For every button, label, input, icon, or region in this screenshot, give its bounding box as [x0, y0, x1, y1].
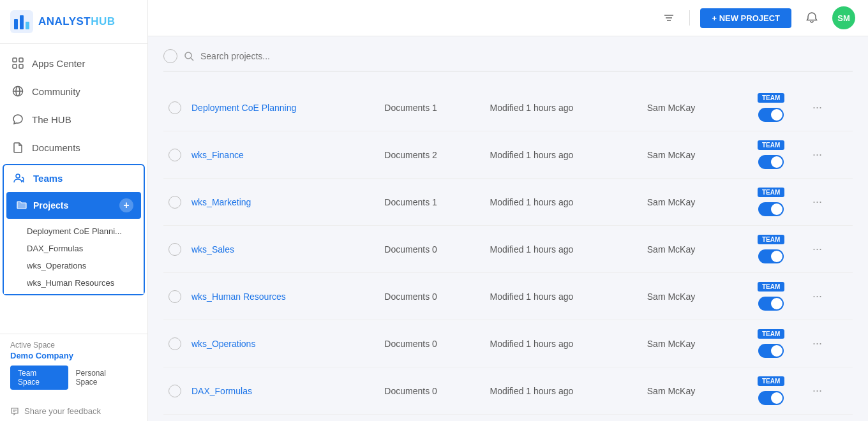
- team-badge: TEAM: [758, 188, 784, 197]
- row-checkbox[interactable]: [168, 290, 181, 303]
- documents-count: Documents 1: [379, 84, 484, 131]
- new-project-label: + NEW PROJECT: [712, 13, 780, 23]
- toggle-container: TEAM: [745, 93, 797, 122]
- team-space-tab[interactable]: Team Space: [10, 366, 68, 390]
- project-name-link[interactable]: wks_Operations: [191, 339, 255, 349]
- more-options-button[interactable]: ···: [807, 98, 827, 117]
- svg-line-18: [191, 58, 193, 61]
- projects-section: Projects + Deployment CoE Planni... DAX_…: [4, 192, 144, 294]
- project-name-link[interactable]: Deployment CoE Planning: [191, 103, 296, 113]
- documents-label: Documents: [32, 142, 80, 153]
- project-name-link[interactable]: wks_Sales: [191, 244, 234, 255]
- logo: ANALYSTHUB: [0, 0, 147, 44]
- team-badge: TEAM: [758, 282, 784, 292]
- team-badge: TEAM: [758, 329, 784, 339]
- list-item[interactable]: DAX_Formulas: [19, 240, 144, 257]
- active-space-title: Active Space: [10, 341, 137, 350]
- project-name-link[interactable]: wks_Marketing: [191, 197, 251, 207]
- main-content: + NEW PROJECT SM Deployment CoE Planning…: [148, 0, 868, 421]
- sidebar-item-community[interactable]: Community: [0, 77, 147, 105]
- projects-table: Deployment CoE Planning Documents 1 Modi…: [163, 84, 853, 415]
- toggle-knob: [771, 345, 782, 357]
- project-name-link[interactable]: DAX_Formulas: [191, 386, 252, 396]
- more-options-button[interactable]: ···: [807, 334, 827, 353]
- team-badge: TEAM: [758, 93, 784, 103]
- team-badge: TEAM: [758, 140, 784, 150]
- header-divider: [689, 10, 690, 26]
- company-name: Demo Company: [10, 351, 137, 360]
- community-label: Community: [32, 86, 80, 97]
- project-toggle[interactable]: [758, 344, 784, 358]
- more-options-button[interactable]: ···: [807, 240, 827, 258]
- project-owner: Sam McKay: [642, 84, 740, 131]
- project-owner: Sam McKay: [642, 273, 740, 320]
- modified-time: Modified 1 hours ago: [485, 226, 642, 273]
- notification-button[interactable]: [802, 8, 822, 28]
- toggle-container: TEAM: [745, 376, 797, 405]
- more-options-button[interactable]: ···: [807, 381, 827, 400]
- project-owner: Sam McKay: [642, 367, 740, 415]
- sidebar-item-teams[interactable]: Teams: [4, 165, 144, 191]
- project-owner: Sam McKay: [642, 320, 740, 367]
- project-toggle[interactable]: [758, 202, 784, 216]
- user-avatar[interactable]: SM: [832, 6, 855, 29]
- project-name-link[interactable]: wks_Finance: [191, 150, 244, 160]
- new-project-button[interactable]: + NEW PROJECT: [700, 8, 791, 28]
- add-project-button[interactable]: +: [119, 198, 133, 212]
- documents-count: Documents 0: [379, 273, 484, 320]
- sidebar: ANALYSTHUB Apps Center Community The HUB: [0, 0, 148, 421]
- more-options-button[interactable]: ···: [807, 193, 827, 211]
- feedback-label: Share your feedback: [24, 406, 101, 416]
- sidebar-item-the-hub[interactable]: The HUB: [0, 105, 147, 133]
- table-row: wks_Marketing Documents 1 Modified 1 hou…: [163, 179, 853, 226]
- list-item[interactable]: wks_Operations: [19, 257, 144, 274]
- row-checkbox[interactable]: [168, 385, 181, 397]
- logo-icon: [10, 10, 33, 33]
- toggle-knob: [771, 203, 782, 215]
- svg-rect-5: [19, 58, 23, 62]
- svg-rect-3: [26, 22, 29, 29]
- row-checkbox[interactable]: [168, 243, 181, 256]
- filter-button[interactable]: [659, 8, 679, 28]
- search-input[interactable]: [200, 51, 853, 61]
- bell-icon: [805, 11, 818, 24]
- sidebar-item-apps-center[interactable]: Apps Center: [0, 49, 147, 77]
- documents-count: Documents 1: [379, 179, 484, 226]
- svg-rect-2: [20, 15, 24, 29]
- table-row: Deployment CoE Planning Documents 1 Modi…: [163, 84, 853, 131]
- toggle-container: TEAM: [745, 235, 797, 263]
- modified-time: Modified 1 hours ago: [485, 84, 642, 131]
- project-name-link[interactable]: wks_Human Resources: [191, 292, 286, 302]
- documents-count: Documents 0: [379, 226, 484, 273]
- toggle-knob: [771, 392, 782, 404]
- more-options-button[interactable]: ···: [807, 287, 827, 306]
- list-item[interactable]: Deployment CoE Planni...: [19, 223, 144, 240]
- sidebar-item-documents[interactable]: Documents: [0, 133, 147, 161]
- row-checkbox[interactable]: [168, 149, 181, 161]
- row-checkbox[interactable]: [168, 196, 181, 209]
- toggle-container: TEAM: [745, 140, 797, 169]
- modified-time: Modified 1 hours ago: [485, 179, 642, 226]
- feedback-link[interactable]: Share your feedback: [0, 401, 147, 421]
- search-bar: [163, 49, 853, 71]
- feedback-icon: [10, 407, 19, 416]
- project-toggle[interactable]: [758, 297, 784, 311]
- projects-header[interactable]: Projects +: [6, 192, 141, 219]
- list-item[interactable]: wks_Human Resources: [19, 274, 144, 292]
- project-toggle[interactable]: [758, 249, 784, 263]
- folder-icon: [17, 200, 27, 212]
- row-checkbox[interactable]: [168, 337, 181, 350]
- users-icon: [13, 172, 26, 184]
- space-tabs: Team Space Personal Space: [10, 366, 137, 390]
- select-all-checkbox[interactable]: [163, 49, 177, 63]
- documents-count: Documents 0: [379, 367, 484, 415]
- main-header: + NEW PROJECT SM: [148, 0, 868, 36]
- personal-space-tab[interactable]: Personal Space: [68, 366, 137, 390]
- more-options-button[interactable]: ···: [807, 145, 827, 164]
- project-toggle[interactable]: [758, 391, 784, 405]
- projects-label: Projects: [33, 200, 119, 211]
- row-checkbox[interactable]: [168, 101, 181, 114]
- project-toggle[interactable]: [758, 108, 784, 122]
- project-toggle[interactable]: [758, 155, 784, 169]
- the-hub-label: The HUB: [32, 114, 71, 125]
